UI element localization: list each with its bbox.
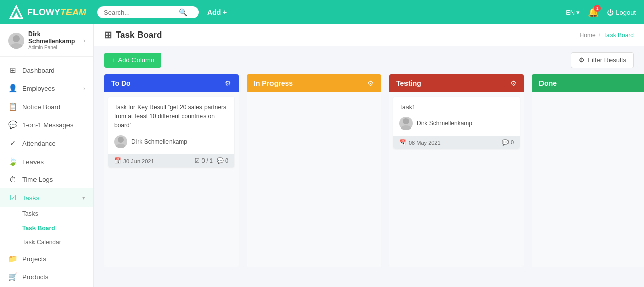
logout-icon: ⏻	[607, 9, 614, 16]
logo-text: FLOWYTEAM	[27, 7, 86, 18]
chevron-down-icon: ▾	[82, 195, 85, 201]
card-body: Task for Key Result 'get 20 sales partne…	[108, 97, 234, 154]
column-inprogress: In Progress ⚙	[247, 74, 381, 267]
column-settings-testing[interactable]: ⚙	[510, 79, 517, 87]
sidebar-item-label: Leaves	[22, 158, 85, 166]
kanban-board: To Do ⚙ Task for Key Result 'get 20 sale…	[104, 74, 634, 267]
sidebar-item-products[interactable]: 🛒 Products	[0, 268, 93, 286]
sidebar-item-employees[interactable]: 👤 Employees ›	[0, 79, 93, 98]
notification-badge: 1	[594, 5, 601, 12]
search-container: 🔍	[97, 6, 199, 18]
card-user-name: Dirk Schmellenkamp	[131, 138, 187, 145]
search-input[interactable]	[104, 9, 175, 16]
sidebar-item-tasks[interactable]: ☑ Tasks ▾	[0, 188, 93, 207]
card-date: 📅 30 Jun 2021	[114, 157, 154, 164]
sidebar-item-label: Dashboard	[22, 67, 85, 74]
sidebar-nav: ⊞ Dashboard 👤 Employees › 📋 Notice Board…	[0, 57, 93, 287]
nav-right-area: EN ▾ 🔔 1 ⏻ Logout	[566, 7, 636, 18]
calendar-icon: 📅	[114, 157, 121, 164]
card-title: Task for Key Result 'get 20 sales partne…	[114, 103, 228, 130]
notification-button[interactable]: 🔔 1	[588, 7, 599, 18]
svg-point-5	[116, 144, 126, 148]
tasks-icon: ☑	[8, 193, 17, 202]
submenu-tasks[interactable]: Tasks	[22, 207, 93, 221]
card-body: Task1 Dirk Schmellenkamp	[393, 97, 520, 136]
user-chevron-icon: ›	[83, 37, 85, 44]
avatar	[8, 33, 24, 49]
svg-marker-1	[13, 12, 19, 18]
checklist-indicator: ☑ 0 / 1	[195, 157, 212, 164]
logout-button[interactable]: ⏻ Logout	[607, 9, 636, 16]
column-title-inprogress: In Progress	[254, 79, 293, 87]
sidebar-item-label: Projects	[22, 255, 85, 263]
column-header-todo: To Do ⚙	[104, 74, 239, 92]
comments-indicator: 💬 0	[217, 157, 228, 164]
employees-icon: 👤	[8, 84, 17, 93]
column-header-testing: Testing ⚙	[389, 74, 524, 92]
calendar-icon: 📅	[399, 139, 406, 146]
projects-icon: 📁	[8, 254, 17, 263]
add-button[interactable]: Add +	[207, 8, 227, 16]
sidebar-item-label: Attendance	[22, 140, 85, 147]
tasks-submenu: Tasks Task Board Task Calendar	[0, 207, 93, 249]
messages-icon: 💬	[8, 120, 17, 130]
svg-point-3	[10, 43, 22, 49]
sidebar-user[interactable]: Dirk Schmellenkamp Admin Panel ›	[0, 24, 93, 57]
filter-icon: ⚙	[579, 56, 585, 64]
toolbar: + Add Column ⚙ Filter Results	[94, 46, 644, 74]
sidebar-item-attendance[interactable]: ✓ Attendance	[0, 134, 93, 152]
sidebar-item-time-logs[interactable]: ⏱ Time Logs	[0, 171, 93, 188]
sidebar-item-label: Products	[22, 273, 85, 281]
task-board-icon: ⊞	[104, 29, 112, 41]
column-settings-inprogress[interactable]: ⚙	[367, 79, 374, 87]
svg-point-6	[403, 118, 409, 124]
column-settings-todo[interactable]: ⚙	[225, 79, 231, 87]
column-todo: To Do ⚙ Task for Key Result 'get 20 sale…	[104, 74, 239, 267]
sidebar-item-label: Employees	[22, 85, 78, 92]
card-user-name: Dirk Schmellenkamp	[417, 120, 472, 127]
column-title-testing: Testing	[396, 79, 421, 87]
breadcrumb: Home / Task Board	[580, 31, 634, 39]
sidebar-item-dashboard[interactable]: ⊞ Dashboard	[0, 61, 93, 79]
column-body-done	[532, 92, 644, 267]
plus-icon: +	[111, 56, 115, 64]
submenu-task-board[interactable]: Task Board	[22, 221, 93, 235]
card-footer-right: ☑ 0 / 1 💬 0	[195, 157, 228, 164]
svg-point-7	[401, 125, 411, 130]
board-area: To Do ⚙ Task for Key Result 'get 20 sale…	[94, 74, 644, 287]
sidebar-item-label: Time Logs	[22, 176, 85, 183]
user-role: Admin Panel	[28, 45, 79, 50]
sidebar-item-label: Tasks	[22, 194, 77, 202]
products-icon: 🛒	[8, 272, 17, 281]
sidebar-item-leaves[interactable]: 🍃 Leaves	[0, 152, 93, 171]
sidebar: Dirk Schmellenkamp Admin Panel › ⊞ Dashb…	[0, 24, 94, 287]
column-header-done: Done ⚙	[532, 74, 644, 92]
sidebar-item-label: 1-on-1 Messages	[22, 121, 85, 129]
column-header-inprogress: In Progress ⚙	[247, 74, 381, 92]
submenu-task-calendar[interactable]: Task Calendar	[22, 235, 93, 249]
search-icon: 🔍	[179, 8, 187, 16]
column-testing: Testing ⚙ Task1 Dirk Schmell	[389, 74, 524, 267]
avatar	[114, 135, 127, 148]
app-logo: FLOWYTEAM	[8, 4, 89, 20]
table-row: Task for Key Result 'get 20 sales partne…	[108, 97, 234, 167]
top-navigation: FLOWYTEAM 🔍 Add + EN ▾ 🔔 1 ⏻ Logout	[0, 0, 644, 24]
filter-results-button[interactable]: ⚙ Filter Results	[571, 52, 634, 68]
chevron-down-icon: ▾	[576, 9, 580, 16]
column-title-todo: To Do	[111, 79, 131, 87]
card-date: 📅 08 May 2021	[399, 139, 441, 146]
main-layout: Dirk Schmellenkamp Admin Panel › ⊞ Dashb…	[0, 24, 644, 287]
column-body-testing: Task1 Dirk Schmellenkamp	[389, 92, 524, 267]
card-footer-right: 💬 0	[502, 139, 514, 146]
notice-board-icon: 📋	[8, 102, 17, 111]
sidebar-item-projects[interactable]: 📁 Projects	[0, 249, 93, 268]
svg-point-2	[13, 35, 20, 42]
sidebar-item-notice-board[interactable]: 📋 Notice Board	[0, 98, 93, 116]
content-area: ⊞ Task Board Home / Task Board + Add Col…	[94, 24, 644, 287]
sidebar-item-messages[interactable]: 💬 1-on-1 Messages	[0, 116, 93, 134]
chevron-right-icon: ›	[83, 85, 85, 91]
language-selector[interactable]: EN ▾	[566, 9, 580, 16]
svg-point-4	[118, 137, 124, 143]
add-column-button[interactable]: + Add Column	[104, 53, 161, 68]
card-user: Dirk Schmellenkamp	[114, 135, 228, 148]
